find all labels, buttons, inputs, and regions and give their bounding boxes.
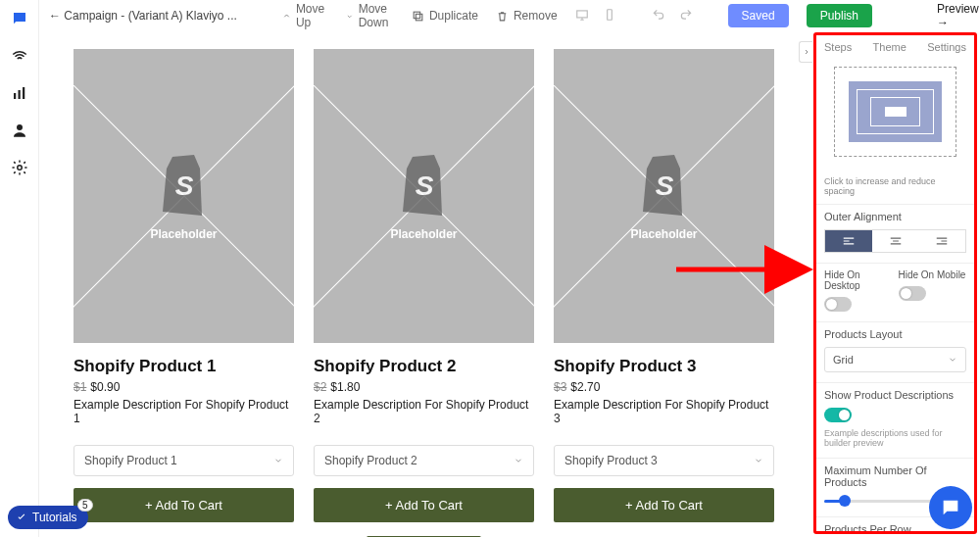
remove-button[interactable]: Remove bbox=[496, 9, 558, 23]
desktop-preview-icon[interactable] bbox=[575, 8, 589, 24]
products-layout-select[interactable]: Grid bbox=[824, 347, 966, 372]
align-right-button[interactable] bbox=[918, 230, 965, 252]
products-layout-value: Grid bbox=[833, 354, 854, 366]
tutorials-count: 5 bbox=[77, 499, 93, 512]
tutorials-button[interactable]: Tutorials 5 bbox=[8, 506, 88, 529]
tab-theme[interactable]: Theme bbox=[873, 41, 906, 53]
variant-label: Shopify Product 2 bbox=[324, 454, 417, 467]
product-old-price: $1 bbox=[74, 380, 86, 394]
product-price: $0.90 bbox=[90, 380, 120, 394]
svg-rect-5 bbox=[416, 14, 422, 20]
publish-button[interactable]: Publish bbox=[807, 4, 872, 27]
duplicate-button[interactable]: Duplicate bbox=[412, 9, 478, 23]
move-down-label: Move Down bbox=[359, 2, 394, 29]
panel-collapse-handle[interactable] bbox=[799, 41, 812, 63]
chat-nav-icon[interactable] bbox=[11, 10, 28, 27]
outer-alignment-label: Outer Alignment bbox=[824, 211, 966, 222]
product-description: Example Description For Shopify Product … bbox=[554, 398, 774, 425]
max-products-slider[interactable] bbox=[824, 500, 941, 503]
tab-settings[interactable]: Settings bbox=[927, 41, 966, 53]
product-title: Shopify Product 1 bbox=[74, 357, 294, 376]
svg-point-4 bbox=[17, 166, 22, 171]
chevron-down-icon bbox=[514, 456, 523, 465]
move-up-label: Move Up bbox=[296, 2, 328, 29]
product-price: $2.70 bbox=[570, 380, 600, 394]
product-image-placeholder[interactable]: S Placeholder bbox=[74, 49, 294, 343]
analytics-nav-icon[interactable] bbox=[11, 84, 28, 102]
left-rail bbox=[0, 0, 39, 537]
svg-rect-7 bbox=[576, 10, 587, 17]
product-old-price: $3 bbox=[554, 380, 566, 394]
hide-desktop-label: Hide On Desktop bbox=[824, 269, 893, 291]
undo-icon[interactable] bbox=[652, 8, 665, 24]
show-descriptions-label: Show Product Descriptions bbox=[824, 389, 966, 401]
chevron-down-icon bbox=[948, 355, 957, 365]
svg-rect-0 bbox=[14, 93, 16, 99]
duplicate-label: Duplicate bbox=[429, 9, 478, 23]
product-old-price: $2 bbox=[314, 380, 326, 394]
svg-rect-8 bbox=[607, 9, 612, 20]
tab-steps[interactable]: Steps bbox=[824, 41, 852, 53]
spacing-control[interactable] bbox=[822, 63, 968, 171]
max-products-label: Maximum Number Of Products bbox=[824, 464, 966, 488]
saved-button[interactable]: Saved bbox=[728, 4, 789, 27]
variant-select[interactable]: Shopify Product 1 bbox=[74, 445, 294, 476]
user-nav-icon[interactable] bbox=[11, 122, 28, 139]
variant-label: Shopify Product 1 bbox=[84, 454, 177, 467]
product-card: S Placeholder Shopify Product 3 $3$2.70 … bbox=[554, 49, 774, 522]
redo-icon[interactable] bbox=[679, 8, 693, 24]
product-card: S Placeholder Shopify Product 2 $2$1.80 … bbox=[314, 49, 534, 522]
remove-label: Remove bbox=[514, 9, 558, 23]
show-descriptions-toggle[interactable] bbox=[824, 408, 852, 422]
product-image-placeholder[interactable]: S Placeholder bbox=[554, 49, 774, 343]
hide-desktop-toggle[interactable] bbox=[824, 297, 852, 312]
add-to-cart-button[interactable]: + Add To Cart bbox=[554, 488, 774, 522]
tutorials-label: Tutorials bbox=[32, 511, 77, 524]
chat-icon bbox=[940, 497, 961, 518]
svg-rect-2 bbox=[23, 87, 24, 99]
move-down-button[interactable]: Move Down bbox=[346, 2, 394, 29]
add-to-cart-button[interactable]: + Add To Cart bbox=[314, 488, 534, 522]
hide-mobile-label: Hide On Mobile bbox=[899, 269, 967, 280]
show-descriptions-hint: Example descriptions used for builder pr… bbox=[824, 428, 966, 448]
topbar: ← Campaign - (Variant A) Klaviyo ... Mov… bbox=[39, 0, 980, 31]
svg-text:S: S bbox=[655, 171, 673, 201]
wifi-nav-icon[interactable] bbox=[11, 47, 28, 65]
svg-rect-1 bbox=[18, 90, 20, 99]
placeholder-label: Placeholder bbox=[390, 227, 457, 241]
products-layout-label: Products Layout bbox=[824, 328, 966, 340]
spacing-hint: Click to increase and reduce spacing bbox=[816, 174, 974, 204]
placeholder-label: Placeholder bbox=[630, 227, 697, 241]
product-image-placeholder[interactable]: S Placeholder bbox=[314, 49, 534, 343]
variant-select[interactable]: Shopify Product 3 bbox=[554, 445, 774, 476]
svg-point-3 bbox=[17, 124, 23, 130]
product-title: Shopify Product 2 bbox=[314, 357, 534, 376]
settings-nav-icon[interactable] bbox=[11, 159, 28, 176]
variant-select[interactable]: Shopify Product 2 bbox=[314, 445, 534, 476]
mobile-preview-icon[interactable] bbox=[603, 8, 616, 24]
chevron-down-icon bbox=[754, 456, 763, 465]
canvas: S Placeholder Shopify Product 1 $1$0.90 … bbox=[39, 31, 808, 537]
product-title: Shopify Product 3 bbox=[554, 357, 774, 376]
product-description: Example Description For Shopify Product … bbox=[74, 398, 294, 425]
move-up-button[interactable]: Move Up bbox=[282, 2, 328, 29]
align-left-button[interactable] bbox=[825, 230, 872, 252]
check-icon bbox=[16, 512, 27, 523]
svg-text:S: S bbox=[415, 171, 433, 201]
variant-label: Shopify Product 3 bbox=[564, 454, 658, 467]
settings-panel: Steps Theme Settings Click to increase a… bbox=[813, 32, 977, 534]
preview-link[interactable]: Preview → bbox=[937, 2, 979, 29]
breadcrumb[interactable]: ← Campaign - (Variant A) Klaviyo ... bbox=[49, 9, 237, 23]
add-to-cart-button[interactable]: + Add To Cart bbox=[74, 488, 294, 522]
product-price: $1.80 bbox=[330, 380, 360, 394]
svg-text:S: S bbox=[174, 171, 193, 201]
placeholder-label: Placeholder bbox=[150, 227, 217, 241]
align-center-button[interactable] bbox=[872, 230, 919, 252]
hide-mobile-toggle[interactable] bbox=[899, 286, 926, 301]
product-card: S Placeholder Shopify Product 1 $1$0.90 … bbox=[74, 49, 294, 522]
chevron-down-icon bbox=[273, 456, 283, 465]
chat-launcher[interactable] bbox=[929, 486, 972, 529]
product-description: Example Description For Shopify Product … bbox=[314, 398, 534, 425]
svg-rect-6 bbox=[414, 12, 420, 19]
